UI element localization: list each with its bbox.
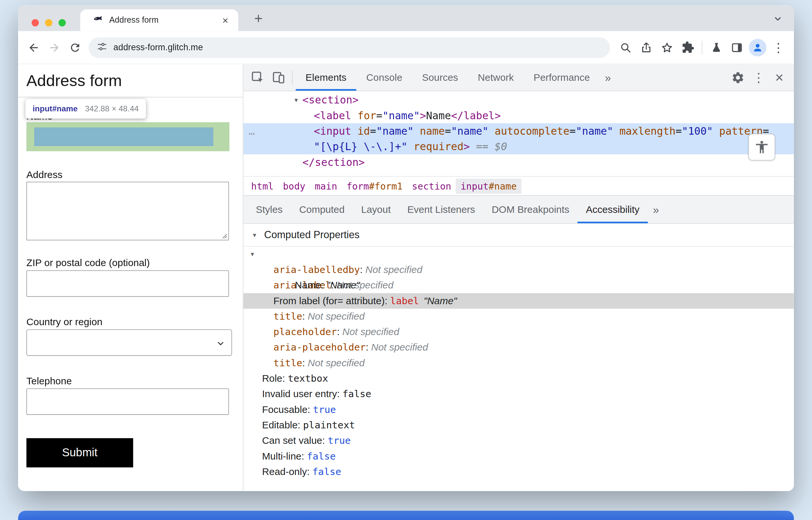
code-tokens: <input id="name" name="name" autocomplet… — [314, 125, 769, 137]
devtools-menu-button[interactable]: ⋮ — [748, 71, 769, 84]
code-token-tag: </section> — [302, 156, 365, 168]
country-select[interactable] — [26, 330, 232, 356]
tab-sources[interactable]: Sources — [412, 64, 468, 91]
telephone-label: Telephone — [26, 375, 72, 387]
crumb-tag: main — [315, 180, 337, 191]
expand-arrow-icon[interactable]: ▼ — [291, 92, 302, 108]
heading-divider — [18, 97, 243, 98]
code-token-attr: id — [351, 125, 370, 137]
tab-strip: Address form × + — [18, 5, 794, 31]
subtab-layout[interactable]: Layout — [353, 196, 399, 224]
a11y-property-value: textbox — [288, 373, 328, 384]
telephone-input[interactable] — [26, 389, 229, 415]
name-expander-icon[interactable]: ▼ — [250, 247, 255, 262]
settings-gear-button[interactable] — [728, 71, 748, 84]
code-token-val: "name" — [382, 109, 420, 122]
dom-node-section-close[interactable]: </section> — [244, 154, 794, 170]
computed-properties-header[interactable]: ▼ Computed Properties — [244, 224, 794, 246]
submit-button[interactable]: Submit — [26, 438, 133, 467]
tab-elements[interactable]: Elements — [296, 64, 357, 91]
resize-handle-icon[interactable] — [220, 232, 227, 239]
crumb-tag: body — [283, 180, 305, 191]
labs-flask-button[interactable] — [706, 37, 727, 58]
a11y-property-value: false — [342, 389, 371, 399]
colon: : — [302, 357, 308, 368]
a11y-property-label: Invalid user entry: — [262, 389, 342, 399]
browser-window: Address form × + address — [18, 5, 794, 491]
back-button[interactable] — [23, 37, 44, 58]
minimize-window-button[interactable] — [45, 19, 52, 26]
profile-avatar-button[interactable] — [747, 37, 768, 58]
subtab-dom-breakpoints[interactable]: DOM Breakpoints — [483, 196, 578, 224]
more-subtabs-button[interactable]: » — [648, 196, 664, 224]
tooltip-element-name: input#name — [32, 104, 78, 113]
device-toolbar-button[interactable] — [268, 64, 289, 91]
address-textarea[interactable] — [26, 182, 229, 240]
a11y-source-value: Not specified — [308, 357, 365, 368]
close-icon: × — [775, 70, 784, 85]
devtools-toolbar-right: ⋮ × — [728, 64, 790, 91]
a11y-source-token: label — [390, 295, 419, 306]
reload-button[interactable] — [65, 37, 85, 58]
desktop: Address form × + address — [0, 0, 812, 520]
tab-search-chevron-icon[interactable] — [770, 11, 785, 26]
tab-close-icon[interactable]: × — [219, 15, 232, 26]
address-bar[interactable]: address-form.glitch.me — [88, 37, 610, 58]
a11y-property-label: Multi-line: — [262, 451, 307, 462]
zoom-icon[interactable] — [615, 37, 636, 58]
forward-button[interactable] — [44, 37, 65, 58]
breadcrumb-item-main[interactable]: main — [310, 178, 342, 193]
a11y-property-label: Editable: — [262, 419, 303, 430]
subtab-styles[interactable]: Styles — [248, 196, 291, 224]
maximize-window-button[interactable] — [58, 19, 66, 26]
tab-performance[interactable]: Performance — [524, 64, 600, 91]
side-panel-button[interactable] — [727, 37, 747, 58]
ellipsis-marker[interactable]: … — [249, 123, 255, 139]
bookmark-star-button[interactable] — [657, 37, 677, 58]
more-tabs-button[interactable]: » — [600, 64, 616, 91]
breadcrumb-item-html[interactable]: html — [247, 178, 278, 193]
extensions-button[interactable] — [677, 37, 698, 58]
subtab-event-listeners[interactable]: Event Listeners — [399, 196, 483, 224]
url-text[interactable]: address-form.glitch.me — [113, 42, 203, 53]
code-tokens: <label for="name">Name</label> — [314, 109, 501, 122]
tab-network[interactable]: Network — [468, 64, 524, 91]
dom-node-label[interactable]: <label for="name">Name</label> — [244, 108, 794, 123]
code-tokens: "[\p{L} \-\.]+" required> == $0 — [314, 140, 507, 153]
a11y-property-value: false — [307, 451, 336, 462]
a11y-property-label: Role: — [262, 373, 287, 384]
breadcrumb: html body main form#form1 section input#… — [244, 176, 794, 195]
tab-console[interactable]: Console — [357, 64, 412, 91]
a11y-property-row: Editable: plaintext — [244, 417, 794, 433]
close-devtools-button[interactable]: × — [769, 70, 790, 85]
a11y-property-value: plaintext — [303, 419, 355, 430]
browser-tab[interactable]: Address form × — [80, 9, 238, 31]
code-token-val: "100" — [682, 125, 713, 137]
browser-menu-button[interactable]: ⋮ — [768, 37, 789, 58]
new-tab-button[interactable]: + — [250, 10, 268, 28]
zip-input[interactable] — [26, 270, 229, 296]
code-tokens: </section> — [302, 156, 365, 168]
code-token-punct: = — [370, 125, 376, 137]
section-expander-icon[interactable]: ▼ — [252, 232, 259, 238]
code-token-tag: <label — [314, 109, 351, 122]
close-window-button[interactable] — [31, 19, 39, 26]
breadcrumb-item-body[interactable]: body — [278, 178, 310, 193]
code-token-val: "name" — [451, 125, 489, 137]
site-settings-icon[interactable] — [97, 41, 107, 54]
breadcrumb-item-section[interactable]: section — [407, 178, 456, 193]
a11y-name-row[interactable]: ▼ Name: "Name" — [244, 247, 794, 262]
breadcrumb-item-form[interactable]: form#form1 — [342, 178, 407, 193]
accessibility-tree-toggle-button[interactable] — [748, 134, 775, 161]
breadcrumb-item-input[interactable]: input#name — [456, 178, 521, 193]
crumb-tag: input — [460, 180, 488, 191]
share-button[interactable] — [636, 37, 657, 58]
subtab-accessibility[interactable]: Accessibility — [578, 196, 648, 224]
a11y-name-value: "Name" — [327, 280, 360, 290]
dom-node-input-selected[interactable]: … <input id="name" name="name" autocompl… — [244, 123, 794, 154]
a11y-property-row: Invalid user entry: false — [244, 386, 794, 402]
inspect-element-button[interactable] — [248, 64, 268, 91]
a11y-source-value: "Name" — [424, 295, 457, 306]
subtab-computed[interactable]: Computed — [291, 196, 353, 224]
dom-node-section-open[interactable]: <section> — [244, 92, 794, 108]
